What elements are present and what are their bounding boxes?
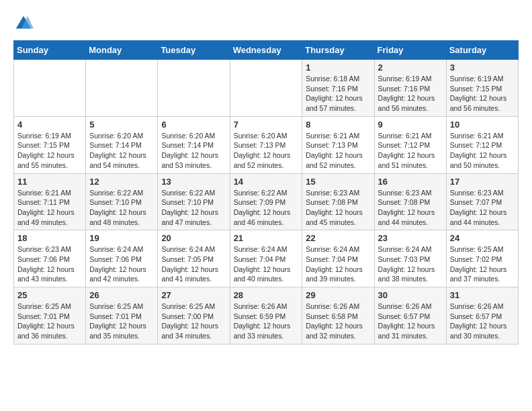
day-info: Sunrise: 6:23 AM Sunset: 7:08 PM Dayligh… xyxy=(306,188,370,228)
day-info: Sunrise: 6:19 AM Sunset: 7:15 PM Dayligh… xyxy=(450,74,515,113)
day-cell: 29Sunrise: 6:26 AM Sunset: 6:58 PM Dayli… xyxy=(302,287,374,345)
day-info: Sunrise: 6:20 AM Sunset: 7:14 PM Dayligh… xyxy=(89,131,154,171)
header-cell-monday: Monday xyxy=(86,41,158,60)
day-cell xyxy=(158,60,230,117)
day-info: Sunrise: 6:26 AM Sunset: 6:59 PM Dayligh… xyxy=(234,302,299,341)
day-number: 7 xyxy=(234,120,299,130)
day-info: Sunrise: 6:21 AM Sunset: 7:12 PM Dayligh… xyxy=(450,131,515,171)
day-number: 22 xyxy=(306,233,370,243)
day-cell: 31Sunrise: 6:26 AM Sunset: 6:57 PM Dayli… xyxy=(446,287,518,345)
day-cell: 28Sunrise: 6:26 AM Sunset: 6:59 PM Dayli… xyxy=(230,287,302,345)
day-number: 15 xyxy=(306,177,370,187)
day-number: 19 xyxy=(89,233,154,243)
day-number: 16 xyxy=(378,177,443,187)
day-info: Sunrise: 6:24 AM Sunset: 7:03 PM Dayligh… xyxy=(378,244,443,284)
day-number: 11 xyxy=(17,177,82,187)
day-info: Sunrise: 6:19 AM Sunset: 7:15 PM Dayligh… xyxy=(17,131,82,171)
day-cell: 20Sunrise: 6:24 AM Sunset: 7:05 PM Dayli… xyxy=(158,230,230,287)
day-number: 3 xyxy=(450,62,515,73)
day-number: 31 xyxy=(450,290,515,300)
day-cell: 10Sunrise: 6:21 AM Sunset: 7:12 PM Dayli… xyxy=(446,116,518,173)
header-cell-friday: Friday xyxy=(374,41,446,60)
day-info: Sunrise: 6:23 AM Sunset: 7:06 PM Dayligh… xyxy=(17,244,82,284)
header-cell-saturday: Saturday xyxy=(446,41,518,60)
logo xyxy=(13,13,35,34)
day-number: 1 xyxy=(306,62,370,73)
day-cell: 19Sunrise: 6:24 AM Sunset: 7:06 PM Dayli… xyxy=(86,230,158,287)
day-cell: 3Sunrise: 6:19 AM Sunset: 7:15 PM Daylig… xyxy=(446,60,518,117)
day-cell: 18Sunrise: 6:23 AM Sunset: 7:06 PM Dayli… xyxy=(14,230,86,287)
day-cell: 4Sunrise: 6:19 AM Sunset: 7:15 PM Daylig… xyxy=(14,116,86,173)
day-cell: 25Sunrise: 6:25 AM Sunset: 7:01 PM Dayli… xyxy=(14,287,86,345)
day-cell xyxy=(14,60,86,117)
header-cell-thursday: Thursday xyxy=(302,41,374,60)
day-number: 12 xyxy=(89,177,154,187)
week-row-1: 1Sunrise: 6:18 AM Sunset: 7:16 PM Daylig… xyxy=(14,60,519,117)
day-cell: 11Sunrise: 6:21 AM Sunset: 7:11 PM Dayli… xyxy=(14,173,86,230)
day-number: 14 xyxy=(234,177,299,187)
day-info: Sunrise: 6:20 AM Sunset: 7:13 PM Dayligh… xyxy=(234,131,299,171)
day-number: 2 xyxy=(378,62,443,73)
day-info: Sunrise: 6:23 AM Sunset: 7:08 PM Dayligh… xyxy=(378,188,443,228)
header-cell-tuesday: Tuesday xyxy=(158,41,230,60)
day-cell: 30Sunrise: 6:26 AM Sunset: 6:57 PM Dayli… xyxy=(374,287,446,345)
day-info: Sunrise: 6:19 AM Sunset: 7:16 PM Dayligh… xyxy=(378,74,443,113)
header-cell-sunday: Sunday xyxy=(14,41,86,60)
calendar-table: SundayMondayTuesdayWednesdayThursdayFrid… xyxy=(13,40,519,345)
day-number: 9 xyxy=(378,120,443,130)
header-cell-wednesday: Wednesday xyxy=(230,41,302,60)
day-info: Sunrise: 6:21 AM Sunset: 7:13 PM Dayligh… xyxy=(306,131,370,171)
day-number: 23 xyxy=(378,233,443,243)
week-row-3: 11Sunrise: 6:21 AM Sunset: 7:11 PM Dayli… xyxy=(14,173,519,230)
day-number: 28 xyxy=(234,290,299,300)
day-info: Sunrise: 6:20 AM Sunset: 7:14 PM Dayligh… xyxy=(161,131,226,171)
day-number: 24 xyxy=(450,233,515,243)
day-info: Sunrise: 6:22 AM Sunset: 7:09 PM Dayligh… xyxy=(234,188,299,228)
day-cell: 8Sunrise: 6:21 AM Sunset: 7:13 PM Daylig… xyxy=(302,116,374,173)
week-row-5: 25Sunrise: 6:25 AM Sunset: 7:01 PM Dayli… xyxy=(14,287,519,345)
week-row-4: 18Sunrise: 6:23 AM Sunset: 7:06 PM Dayli… xyxy=(14,230,519,287)
day-number: 13 xyxy=(161,177,226,187)
day-cell: 6Sunrise: 6:20 AM Sunset: 7:14 PM Daylig… xyxy=(158,116,230,173)
day-number: 6 xyxy=(161,120,226,130)
day-cell: 21Sunrise: 6:24 AM Sunset: 7:04 PM Dayli… xyxy=(230,230,302,287)
logo-icon xyxy=(13,13,34,34)
day-info: Sunrise: 6:24 AM Sunset: 7:06 PM Dayligh… xyxy=(89,244,154,284)
day-cell: 17Sunrise: 6:23 AM Sunset: 7:07 PM Dayli… xyxy=(446,173,518,230)
header-row: SundayMondayTuesdayWednesdayThursdayFrid… xyxy=(14,41,519,60)
day-cell: 2Sunrise: 6:19 AM Sunset: 7:16 PM Daylig… xyxy=(374,60,446,117)
day-number: 8 xyxy=(306,120,370,130)
day-number: 26 xyxy=(89,290,154,300)
day-number: 10 xyxy=(450,120,515,130)
day-number: 18 xyxy=(17,233,82,243)
calendar-body: 1Sunrise: 6:18 AM Sunset: 7:16 PM Daylig… xyxy=(14,60,519,345)
day-info: Sunrise: 6:22 AM Sunset: 7:10 PM Dayligh… xyxy=(161,188,226,228)
day-info: Sunrise: 6:26 AM Sunset: 6:57 PM Dayligh… xyxy=(378,302,443,341)
day-info: Sunrise: 6:21 AM Sunset: 7:11 PM Dayligh… xyxy=(17,188,82,228)
day-info: Sunrise: 6:23 AM Sunset: 7:07 PM Dayligh… xyxy=(450,188,515,228)
week-row-2: 4Sunrise: 6:19 AM Sunset: 7:15 PM Daylig… xyxy=(14,116,519,173)
calendar-header: SundayMondayTuesdayWednesdayThursdayFrid… xyxy=(14,41,519,60)
day-info: Sunrise: 6:25 AM Sunset: 7:02 PM Dayligh… xyxy=(450,244,515,284)
day-number: 17 xyxy=(450,177,515,187)
day-info: Sunrise: 6:21 AM Sunset: 7:12 PM Dayligh… xyxy=(378,131,443,171)
day-cell: 13Sunrise: 6:22 AM Sunset: 7:10 PM Dayli… xyxy=(158,173,230,230)
day-cell: 24Sunrise: 6:25 AM Sunset: 7:02 PM Dayli… xyxy=(446,230,518,287)
day-cell: 1Sunrise: 6:18 AM Sunset: 7:16 PM Daylig… xyxy=(302,60,374,117)
day-number: 20 xyxy=(161,233,226,243)
day-cell: 5Sunrise: 6:20 AM Sunset: 7:14 PM Daylig… xyxy=(86,116,158,173)
day-number: 29 xyxy=(306,290,370,300)
day-cell: 14Sunrise: 6:22 AM Sunset: 7:09 PM Dayli… xyxy=(230,173,302,230)
page-header xyxy=(13,13,519,34)
day-info: Sunrise: 6:18 AM Sunset: 7:16 PM Dayligh… xyxy=(306,74,370,113)
day-number: 25 xyxy=(17,290,82,300)
day-cell: 7Sunrise: 6:20 AM Sunset: 7:13 PM Daylig… xyxy=(230,116,302,173)
day-info: Sunrise: 6:24 AM Sunset: 7:04 PM Dayligh… xyxy=(306,244,370,284)
day-number: 5 xyxy=(89,120,154,130)
day-info: Sunrise: 6:25 AM Sunset: 7:01 PM Dayligh… xyxy=(89,302,154,341)
day-info: Sunrise: 6:22 AM Sunset: 7:10 PM Dayligh… xyxy=(89,188,154,228)
day-cell: 15Sunrise: 6:23 AM Sunset: 7:08 PM Dayli… xyxy=(302,173,374,230)
day-info: Sunrise: 6:24 AM Sunset: 7:05 PM Dayligh… xyxy=(161,244,226,284)
day-number: 21 xyxy=(234,233,299,243)
day-info: Sunrise: 6:25 AM Sunset: 7:00 PM Dayligh… xyxy=(161,302,226,341)
